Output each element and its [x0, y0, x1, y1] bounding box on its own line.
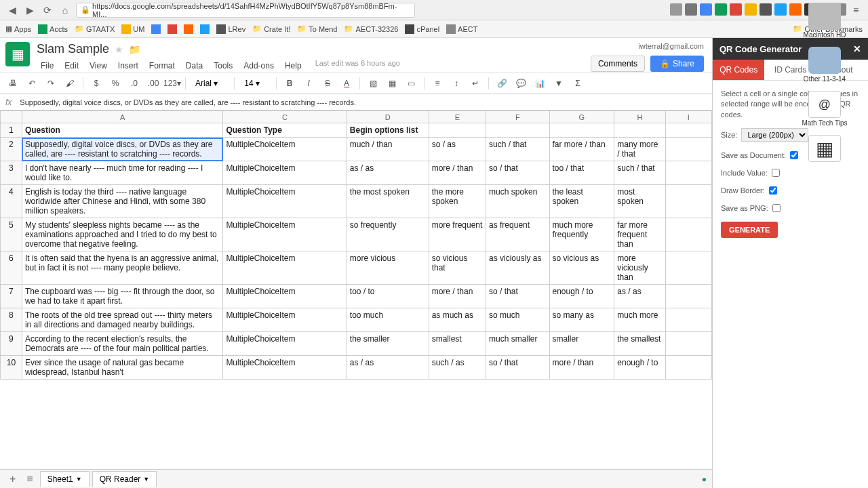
ext-icon[interactable] — [685, 3, 697, 16]
table-row[interactable]: 3I don't have nearly ---- much time for … — [1, 161, 712, 185]
desktop-item-qr[interactable]: ▦ — [791, 135, 859, 162]
all-sheets-button[interactable]: ≡ — [22, 473, 37, 485]
menu-file[interactable]: File — [37, 59, 58, 73]
bold-button[interactable]: B — [282, 76, 297, 91]
table-row[interactable]: 6It is often said that the hyena is an a… — [1, 251, 712, 285]
percent-button[interactable]: % — [108, 76, 123, 91]
ext-icon[interactable] — [745, 3, 757, 16]
decimal-increase-button[interactable]: .00 — [146, 76, 161, 91]
bookmark-item[interactable] — [200, 24, 210, 34]
menu-view[interactable]: View — [85, 59, 111, 73]
decimal-decrease-button[interactable]: .0 — [127, 76, 142, 91]
bookmark-item[interactable]: 📁GTAATX — [75, 24, 115, 33]
url-bar[interactable]: 🔒 https://docs.google.com/spreadsheets/d… — [76, 3, 415, 18]
star-icon[interactable]: ★ — [115, 44, 123, 55]
bookmark-item[interactable]: ▦Apps — [5, 24, 31, 33]
table-row[interactable]: 2Supposedly, digital voice discs, or DVD… — [1, 138, 712, 161]
bookmark-item[interactable] — [167, 24, 177, 34]
include-value-checkbox[interactable] — [772, 169, 780, 177]
table-row[interactable]: 9According to the recent election's resu… — [1, 332, 712, 356]
table-row[interactable]: 4English is today the third ---- native … — [1, 185, 712, 218]
back-button[interactable]: ◀ — [5, 3, 19, 17]
bookmark-item[interactable]: 📁AECT-32326 — [344, 24, 398, 33]
draw-border-checkbox[interactable] — [769, 186, 777, 195]
bookmark-item[interactable]: cPanel — [405, 24, 439, 34]
lock-icon: 🔒 — [660, 59, 670, 68]
menu-data[interactable]: Data — [182, 59, 207, 73]
sheet-tab[interactable]: Sheet1 ▼ — [40, 471, 90, 487]
bookmark-item[interactable]: AECT — [446, 24, 477, 34]
chart-button[interactable]: 📊 — [532, 76, 547, 91]
menu-help[interactable]: Help — [281, 59, 306, 73]
column-headers[interactable]: ACDEFGHI — [1, 111, 712, 123]
bookmark-item[interactable]: Accts — [38, 24, 68, 34]
font-select[interactable]: Arial ▾ — [191, 77, 229, 89]
ext-icon[interactable] — [715, 3, 727, 16]
ext-icon[interactable] — [730, 3, 742, 16]
save-png-label: Save as PNG: — [721, 204, 768, 212]
undo-button[interactable]: ↶ — [24, 76, 39, 91]
desktop-item-http[interactable]: @ Math Tech Tips — [791, 91, 859, 127]
ext-icon[interactable] — [774, 3, 787, 16]
comments-button[interactable]: Comments — [591, 56, 645, 72]
italic-button[interactable]: I — [301, 76, 316, 91]
formula-bar[interactable]: fx Supposedly, digital voice discs, or D… — [0, 94, 712, 110]
desktop-item-folder[interactable]: Other 11-3-14 — [791, 47, 859, 83]
comment-button[interactable]: 💬 — [513, 76, 528, 91]
bookmark-item[interactable] — [151, 24, 161, 34]
ext-icon[interactable] — [670, 3, 682, 16]
ext-icon[interactable] — [700, 3, 712, 16]
menu-addons[interactable]: Add-ons — [239, 59, 278, 73]
menu-edit[interactable]: Edit — [60, 59, 83, 73]
bookmark-item[interactable]: LRev — [216, 24, 245, 34]
ext-icon[interactable] — [760, 3, 772, 16]
sheet-tab[interactable]: QR Reader ▼ — [92, 471, 157, 487]
menu-insert[interactable]: Insert — [114, 59, 142, 73]
tab-qr-codes[interactable]: QR Codes — [713, 60, 764, 80]
sheets-icon[interactable]: ▦ — [5, 42, 30, 66]
merge-button[interactable]: ▭ — [403, 76, 418, 91]
include-value-label: Include Value: — [721, 169, 768, 177]
table-row[interactable]: 10Ever since the usage of natural gas be… — [1, 356, 712, 380]
print-button[interactable]: 🖶 — [5, 76, 20, 91]
folder-icon[interactable]: 📁 — [129, 44, 140, 55]
valign-button[interactable]: ↕ — [449, 76, 464, 91]
bookmark-item[interactable]: 📁Crate It! — [252, 24, 290, 33]
borders-button[interactable]: ▦ — [384, 76, 399, 91]
table-row[interactable]: 7The cupboard was ---- big ---- fit thro… — [1, 285, 712, 308]
generate-button[interactable]: GENERATE — [721, 222, 778, 238]
table-row[interactable]: 1 Question Question Type Begin options l… — [1, 123, 712, 138]
bookmark-item[interactable] — [184, 24, 193, 34]
strikethrough-button[interactable]: S — [320, 76, 335, 91]
more-formats-button[interactable]: 123▾ — [165, 76, 180, 91]
link-button[interactable]: 🔗 — [494, 76, 509, 91]
reload-button[interactable]: ⟳ — [41, 3, 54, 17]
paint-format-button[interactable]: 🖌 — [62, 76, 77, 91]
text-color-button[interactable]: A — [339, 76, 354, 91]
save-png-checkbox[interactable] — [772, 204, 781, 212]
home-button[interactable]: ⌂ — [58, 3, 72, 17]
bookmark-item[interactable]: UM — [121, 24, 144, 34]
doc-title[interactable]: Slam Sample — [37, 42, 109, 56]
fill-color-button[interactable]: ▧ — [366, 76, 380, 91]
redo-button[interactable]: ↷ — [43, 76, 58, 91]
formula-content: Supposedly, digital voice discs, or DVDs… — [20, 98, 356, 106]
bookmark-item[interactable]: 📁To Mend — [297, 24, 337, 33]
add-sheet-button[interactable]: + — [5, 473, 20, 485]
forward-button[interactable]: ▶ — [23, 3, 37, 17]
currency-button[interactable]: $ — [89, 76, 104, 91]
user-email[interactable]: iwterral@gmail.com — [638, 42, 704, 50]
menu-tools[interactable]: Tools — [210, 59, 237, 73]
table-row[interactable]: 5My students' sleepless nights became --… — [1, 218, 712, 251]
wrap-button[interactable]: ↵ — [468, 76, 483, 91]
functions-button[interactable]: Σ — [570, 76, 585, 91]
share-button[interactable]: 🔒Share — [650, 56, 704, 72]
spreadsheet-grid[interactable]: ACDEFGHI 1 Question Question Type Begin … — [0, 110, 712, 469]
font-size-select[interactable]: 14 ▾ — [240, 77, 271, 89]
menu-format[interactable]: Format — [145, 59, 179, 73]
desktop-icons: Macintosh HD Other 11-3-14 @ Math Tech T… — [791, 3, 859, 170]
align-button[interactable]: ≡ — [430, 76, 445, 91]
desktop-item-hd[interactable]: Macintosh HD — [791, 3, 859, 39]
filter-button[interactable]: ▼ — [551, 76, 566, 91]
table-row[interactable]: 8The roots of the old tree spread out --… — [1, 308, 712, 332]
